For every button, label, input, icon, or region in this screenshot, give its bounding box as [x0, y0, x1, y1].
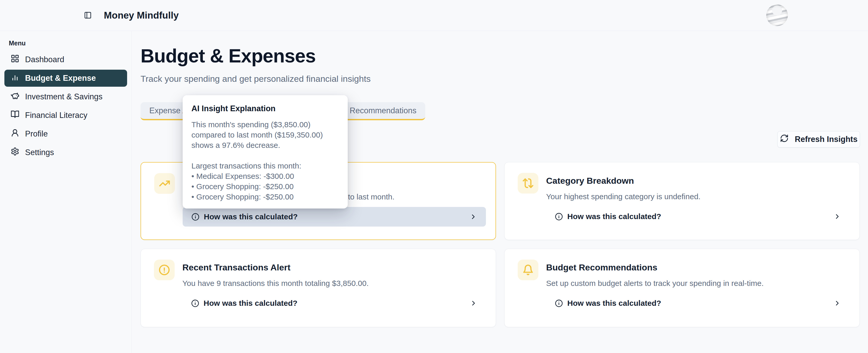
- card-budget-recommendations: Budget Recommendations Set up custom bud…: [504, 249, 860, 327]
- how-calculated-label: How was this calculated?: [204, 212, 298, 221]
- sidebar-item-label: Budget & Expense: [25, 74, 96, 83]
- card-recent-transactions-alert: Recent Transactions Alert You have 9 tra…: [141, 249, 496, 327]
- sidebar-item-profile[interactable]: Profile: [4, 126, 127, 142]
- chevron-right-icon: [833, 213, 841, 220]
- top-bar: Money Mindfully: [0, 0, 868, 31]
- sidebar-item-budget-expense[interactable]: Budget & Expense: [4, 70, 127, 87]
- sidebar-item-settings[interactable]: Settings: [4, 144, 127, 161]
- card-description: You have 9 transactions this month total…: [182, 279, 369, 288]
- card-title: Category Breakdown: [546, 176, 634, 186]
- avatar[interactable]: [766, 4, 788, 26]
- card-description-fragment: to last month.: [348, 192, 395, 201]
- app-title: Money Mindfully: [104, 0, 179, 31]
- card-description: Set up custom budget alerts to track you…: [546, 279, 764, 288]
- refresh-icon: [780, 134, 789, 145]
- chevron-right-icon: [470, 299, 477, 307]
- piggy-bank-icon: [10, 91, 20, 102]
- gear-icon: [10, 147, 20, 158]
- card-title: Recent Transactions Alert: [182, 262, 290, 273]
- sidebar-nav: Dashboard Budget & Expense Investment & …: [4, 51, 127, 163]
- popup-title: AI Insight Explanation: [191, 104, 339, 113]
- sidebar-item-investment-savings[interactable]: Investment & Savings: [4, 88, 127, 105]
- how-calculated-link[interactable]: How was this calculated?: [182, 293, 486, 313]
- ai-insight-popup: AI Insight Explanation This month's spen…: [183, 95, 348, 209]
- trending-up-icon: [154, 173, 175, 194]
- popup-list-header: Largest transactions this month:: [191, 161, 339, 171]
- repeat-icon: [518, 173, 538, 193]
- refresh-insights-label: Refresh Insights: [795, 135, 858, 144]
- sidebar: Menu Dashboard Budget & Expense Investme…: [0, 31, 132, 353]
- app: Money Mindfully Menu Dashboard Budget & …: [0, 0, 868, 353]
- popup-list-item: • Grocery Shopping: -$250.00: [191, 181, 339, 192]
- menu-label: Menu: [9, 39, 26, 47]
- user-icon: [10, 129, 20, 139]
- sidebar-item-label: Dashboard: [25, 55, 64, 64]
- card-title: Budget Recommendations: [546, 262, 657, 273]
- sidebar-item-dashboard[interactable]: Dashboard: [4, 51, 127, 68]
- how-calculated-link[interactable]: How was this calculated?: [546, 207, 850, 226]
- sidebar-item-label: Profile: [25, 129, 48, 139]
- card-category-breakdown: Category Breakdown Your highest spending…: [504, 162, 860, 240]
- panel-left-icon: [84, 11, 92, 20]
- bar-chart-icon: [10, 73, 20, 83]
- popup-body: This month's spending ($3,850.00) compar…: [191, 119, 339, 150]
- info-icon: [191, 213, 199, 221]
- how-calculated-link[interactable]: How was this calculated?: [546, 293, 850, 313]
- how-calculated-link[interactable]: How was this calculated?: [183, 207, 486, 226]
- sidebar-item-financial-literacy[interactable]: Financial Literacy: [4, 107, 127, 124]
- sidebar-item-label: Investment & Savings: [25, 92, 102, 101]
- page-title: Budget & Expenses: [141, 45, 316, 67]
- dashboard-grid-icon: [10, 54, 20, 65]
- how-calculated-label: How was this calculated?: [567, 212, 661, 221]
- chevron-right-icon: [833, 299, 841, 307]
- sidebar-item-label: Financial Literacy: [25, 111, 87, 120]
- popup-list-item: • Grocery Shopping: -$250.00: [191, 192, 339, 202]
- how-calculated-label: How was this calculated?: [567, 299, 661, 308]
- info-icon: [555, 299, 563, 307]
- how-calculated-label: How was this calculated?: [204, 299, 297, 308]
- info-icon: [555, 213, 563, 221]
- card-description: Your highest spending category is undefi…: [546, 192, 701, 201]
- sidebar-toggle-button[interactable]: [81, 8, 95, 23]
- bell-icon: [518, 259, 538, 280]
- refresh-insights-button[interactable]: Refresh Insights: [777, 131, 860, 148]
- sidebar-item-label: Settings: [25, 148, 54, 157]
- info-icon: [191, 299, 199, 307]
- page-subtitle: Track your spending and get personalized…: [141, 74, 371, 84]
- chevron-right-icon: [469, 213, 477, 221]
- alert-circle-icon: [154, 259, 175, 280]
- book-open-icon: [10, 110, 20, 121]
- popup-list-item: • Medical Expenses: -$300.00: [191, 171, 339, 181]
